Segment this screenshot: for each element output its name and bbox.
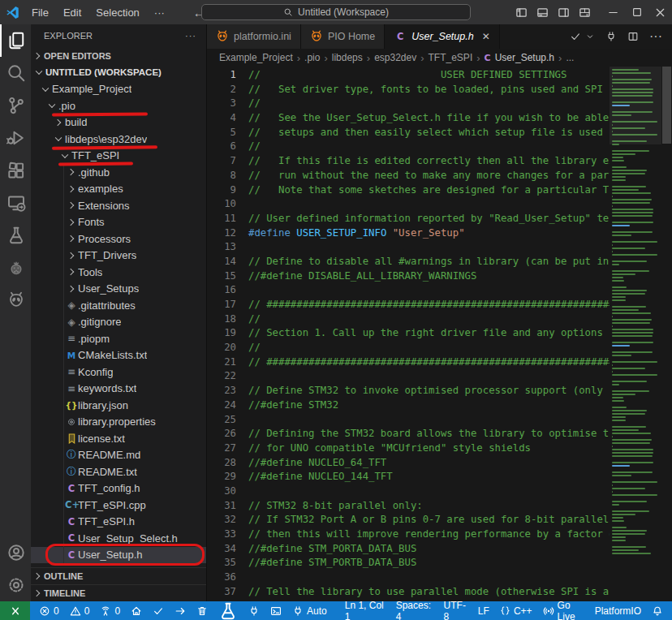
tree-item-pio[interactable]: .pio — [31, 97, 206, 114]
code-line-9[interactable]: 9// Note that some sketches are designed… — [207, 183, 610, 198]
editor-scrollbar[interactable] — [661, 67, 672, 601]
tree-item-tft-drivers[interactable]: TFT_Drivers — [31, 248, 206, 265]
status-pio-build[interactable] — [149, 601, 168, 620]
breadcrumb[interactable]: Example_Project›.pio›libdeps›esp32dev›TF… — [207, 49, 672, 67]
code-line-28[interactable]: 28//#define NUCLEO_64_TFT — [207, 456, 610, 471]
section-outline[interactable]: OUTLINE — [31, 567, 206, 584]
breadcrumb-item-[interactable]: ... — [566, 52, 574, 63]
activity-extensions-icon[interactable] — [0, 154, 31, 187]
code-line-33[interactable]: 33// then this will improve rendering pe… — [207, 527, 610, 542]
menu-edit[interactable]: Edit — [56, 3, 88, 21]
activity-pio-berry-icon[interactable] — [0, 252, 31, 284]
menu-file[interactable]: File — [24, 3, 56, 21]
status-platformio-label[interactable]: PlatformIO — [591, 601, 645, 620]
status-notifications[interactable] — [648, 601, 667, 620]
activity-run-debug-icon[interactable] — [0, 122, 31, 154]
minimap[interactable] — [610, 67, 661, 601]
code-line-34[interactable]: 34//#define STM_PORTA_DATA_BUS — [207, 542, 610, 557]
activity-explorer-icon[interactable] — [0, 24, 31, 57]
code-line-25[interactable]: 25 — [207, 413, 610, 428]
code-line-37[interactable]: 37// Tell the library to use parallel mo… — [207, 585, 610, 600]
status-encoding[interactable]: UTF-8 — [440, 601, 472, 620]
activity-accounts-icon[interactable] — [0, 536, 31, 569]
code-line-3[interactable]: 3// — [207, 97, 610, 111]
tree-item-gitignore[interactable]: ◈.gitignore — [31, 314, 206, 331]
tree-item-cmakelists-txt[interactable]: MCMakeLists.txt — [31, 347, 206, 364]
open-editors-section[interactable]: OPEN EDITORS — [31, 47, 206, 64]
tree-item-user-setup-h[interactable]: CUser_Setup.h — [31, 547, 206, 564]
menu-selection[interactable]: Selection — [88, 3, 146, 21]
tab-platformio-ini[interactable]: platformio.ini — [207, 24, 301, 49]
code-line-10[interactable]: 10 — [207, 197, 610, 212]
code-line-2[interactable]: 2// Set driver type, fonts to be loaded,… — [207, 83, 610, 97]
code-line-14[interactable]: 14// Define to disable all #warnings in … — [207, 255, 610, 269]
tree-item-tft-espi-cpp[interactable]: C+TFT_eSPI.cpp — [31, 497, 206, 514]
maximize-button[interactable] — [625, 0, 648, 24]
command-center-search[interactable]: Untitled (Workspace) — [201, 4, 471, 20]
activity-source-control-icon[interactable] — [0, 89, 31, 122]
code-line-1[interactable]: 1// USER DEFINED SETTINGS — [207, 68, 610, 83]
code-line-18[interactable]: 18// — [207, 312, 610, 327]
tree-item-keywords-txt[interactable]: ≡keywords.txt — [31, 381, 206, 398]
remote-indicator[interactable] — [0, 601, 30, 620]
status-eol[interactable]: LF — [474, 601, 493, 620]
tree-item-fonts[interactable]: Fonts — [31, 214, 206, 231]
code-line-15[interactable]: 15//#define DISABLE_ALL_LIBRARY_WARNINGS — [207, 269, 610, 284]
code-line-5[interactable]: 5// setups and then easily select which … — [207, 126, 610, 140]
tree-item-user-setups[interactable]: User_Setups — [31, 281, 206, 298]
tree-item-gitattributes[interactable]: ◈.gitattributes — [31, 297, 206, 314]
status-go-live[interactable]: Go Live — [539, 601, 588, 620]
run-task-button[interactable] — [570, 31, 581, 42]
code-line-31[interactable]: 31// STM32 8-bit parallel only: — [207, 499, 610, 514]
tree-item-library-properties[interactable]: library.properties — [31, 414, 206, 431]
tree-item-user-setup-select-h[interactable]: CUser_Setup_Select.h — [31, 530, 206, 547]
breadcrumb-item-pio[interactable]: .pio — [304, 52, 320, 63]
code-lines[interactable]: 1// USER DEFINED SETTINGS2// Set driver … — [207, 67, 610, 601]
tree-item-tools[interactable]: Tools — [31, 264, 206, 281]
code-line-6[interactable]: 6// — [207, 140, 610, 154]
code-line-19[interactable]: 19// Section 1. Call up the right driver… — [207, 326, 610, 341]
code-line-30[interactable]: 30 — [207, 484, 610, 499]
code-line-36[interactable]: 36 — [207, 570, 610, 585]
status-cursor-position[interactable]: Ln 1, Col 1 — [341, 601, 390, 620]
code-line-26[interactable]: 26// Defining the STM32 board allows the… — [207, 427, 610, 441]
toggle-secondary-sidebar-icon[interactable] — [553, 0, 574, 24]
code-line-11[interactable]: 11// User defined information reported b… — [207, 212, 610, 226]
tab-user-setup-h[interactable]: CUser_Setup.h✕ — [385, 24, 500, 49]
tree-item-tft-espi-h[interactable]: CTFT_eSPI.h — [31, 514, 206, 531]
code-line-13[interactable]: 13 — [207, 240, 610, 255]
breadcrumb-item-user-setup-h[interactable]: User_Setup.h — [495, 52, 554, 63]
status-pio-terminal[interactable] — [266, 601, 286, 620]
serial-monitor-button[interactable] — [605, 31, 617, 42]
status-warnings[interactable]: 0 — [66, 601, 94, 620]
status-pio-upload[interactable] — [170, 601, 190, 620]
tree-item-processors[interactable]: Processors — [31, 230, 206, 248]
code-line-17[interactable]: 17// ###################################… — [207, 298, 610, 312]
tree-item-examples[interactable]: examples — [31, 181, 206, 198]
code-line-12[interactable]: 12#define USER_SETUP_INFO "User_Setup" — [207, 226, 610, 241]
breadcrumb-item-libdeps[interactable]: libdeps — [332, 52, 363, 63]
code-line-8[interactable]: 8// run without the need to make any mor… — [207, 169, 610, 183]
explorer-more-actions-icon[interactable]: ··· — [185, 31, 196, 41]
code-line-23[interactable]: 23// Define STM32 to invoke optimised pr… — [207, 384, 610, 398]
code-line-32[interactable]: 32// If STM32 Port A or B pins 0-7 are u… — [207, 513, 610, 527]
status-serial-port[interactable]: Auto — [288, 601, 331, 620]
split-editor-button[interactable] — [627, 31, 639, 42]
scrollbar-thumb[interactable] — [662, 67, 671, 144]
menu-more[interactable]: ··· — [147, 3, 172, 21]
more-actions-button[interactable]: ··· — [649, 29, 662, 44]
tree-item-library-json[interactable]: {}library.json — [31, 397, 206, 414]
status-indentation[interactable]: Spaces: 4 — [392, 601, 437, 620]
tree-item-readme-md[interactable]: ⓘREADME.md — [31, 447, 206, 464]
activity-remote-explorer-icon[interactable] — [0, 187, 31, 219]
status-pio-home[interactable] — [127, 601, 146, 620]
code-line-22[interactable]: 22 — [207, 369, 610, 384]
tree-item-libdeps-esp32dev[interactable]: libdeps\esp32dev — [31, 131, 206, 148]
code-line-16[interactable]: 16 — [207, 283, 610, 298]
tree-item-license-txt[interactable]: license.txt — [31, 430, 206, 447]
tree-item-kconfig[interactable]: ≡Kconfig — [31, 364, 206, 381]
code-line-27[interactable]: 27// for UNO compatible "MCUfriend" styl… — [207, 441, 610, 456]
status-pio-clean[interactable] — [192, 601, 212, 620]
tab-pio-home[interactable]: PIO Home — [301, 24, 385, 49]
minimize-button[interactable] — [601, 0, 625, 24]
